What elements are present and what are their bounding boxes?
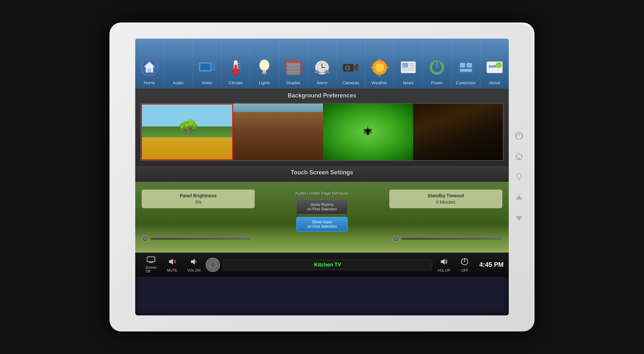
nav-lights[interactable]: Lights [250, 39, 279, 88]
nav-power-label: Power [431, 80, 443, 85]
svg-line-81 [517, 174, 518, 174]
nav-alarm[interactable]: Alarm [308, 39, 336, 88]
off-btn[interactable]: OFF [455, 257, 474, 272]
nav-home-label: Home [144, 80, 155, 85]
vol-up-icon [440, 257, 448, 268]
mute-btn[interactable]: MUTE [162, 257, 182, 272]
svg-point-57 [496, 62, 502, 68]
nav-video[interactable]: Video [193, 39, 222, 88]
nav-news[interactable]: News [394, 39, 423, 88]
vol-dn-label: VOL DN [187, 268, 201, 272]
down-side-btn[interactable] [513, 212, 526, 225]
vol-dn-icon [190, 257, 198, 268]
screen-off-icon [147, 256, 155, 265]
nav-video-label: Video [202, 80, 212, 85]
panel-brightness-panel: Panel Brightness 0% [142, 190, 255, 208]
now-playing-text: Kitchen TV [314, 262, 341, 267]
timeout-slider-track[interactable] [402, 238, 501, 240]
timeout-slider-handle[interactable] [393, 236, 399, 242]
svg-point-12 [233, 69, 239, 75]
nav-cameras[interactable]: Cameras [336, 39, 365, 88]
svg-point-20 [261, 61, 268, 68]
nav-bar: Home Audio [135, 39, 509, 88]
svg-rect-74 [518, 158, 520, 160]
svg-rect-26 [287, 63, 300, 75]
nav-about-label: About [489, 80, 500, 85]
nav-about[interactable]: osbee About [480, 39, 509, 88]
screen-off-btn[interactable]: Screen Off [140, 256, 162, 273]
up-side-btn[interactable] [513, 191, 526, 204]
audio-video-label: Audio / Video Page Behavior [295, 191, 349, 196]
panel-brightness-value: 0% [147, 200, 250, 205]
standby-timeout-panel: Standby Timeout 0 Minutes [389, 190, 502, 208]
touchscreen-settings-title: Touch Screen Settings [140, 169, 504, 176]
svg-rect-77 [518, 179, 520, 180]
light-side-btn[interactable] [513, 171, 526, 183]
show-icons-btn[interactable]: Show Icons on First Selection [296, 217, 348, 232]
nav-weather[interactable]: Weather [365, 39, 394, 88]
svg-point-67 [212, 264, 213, 266]
audio-video-behavior: Audio / Video Page Behavior Show Rooms o… [260, 190, 384, 232]
side-controls [513, 129, 526, 225]
nav-climate[interactable]: Climate [222, 39, 250, 88]
touchscreen-settings-section: Touch Screen Settings [135, 166, 509, 182]
show-rooms-btn[interactable]: Show Rooms on First Selection [296, 200, 348, 214]
nav-climate-label: Climate [229, 80, 243, 85]
svg-rect-43 [402, 63, 408, 68]
now-playing-bar: Kitchen TV [223, 260, 432, 270]
sliders-row [142, 236, 502, 242]
svg-rect-9 [200, 64, 210, 70]
bg-image-3[interactable]: 🕷 [323, 104, 413, 160]
background-images-row: 🌳 🕷 [140, 103, 504, 161]
svg-marker-64 [191, 259, 195, 265]
screen: Home Audio [135, 39, 509, 315]
bottom-toolbar: Screen Off MUTE [135, 253, 509, 277]
vol-up-label: VOL UP [437, 268, 450, 272]
brightness-slider-track[interactable] [151, 238, 250, 240]
svg-rect-17 [263, 70, 266, 72]
panel-brightness-label: Panel Brightness [147, 193, 250, 198]
nav-news-label: News [403, 80, 414, 85]
off-icon [460, 257, 469, 268]
nav-cameras-label: Cameras [342, 80, 359, 85]
standby-timeout-label: Standby Timeout [394, 193, 497, 198]
bg-image-2[interactable] [233, 104, 323, 160]
settings-controls-area: Panel Brightness 0% Audio / Video Page B… [135, 182, 509, 253]
mute-label: MUTE [167, 268, 177, 272]
toolbar-time: 4:45 PM [474, 261, 504, 268]
off-label: OFF [461, 268, 468, 272]
nav-alarm-label: Alarm [317, 80, 327, 85]
background-preferences-section: Background Preferences 🌳 🕷 [135, 88, 509, 166]
brightness-slider-handle[interactable] [142, 236, 148, 242]
play-btn[interactable] [206, 258, 220, 272]
svg-rect-52 [460, 63, 465, 68]
nav-lights-label: Lights [259, 80, 270, 85]
svg-rect-18 [262, 72, 267, 73]
toolbar-center: Kitchen TV [206, 258, 432, 272]
svg-marker-61 [169, 259, 173, 265]
nav-home[interactable]: Home [135, 39, 164, 88]
power-side-btn[interactable] [513, 129, 526, 142]
vol-up-btn[interactable]: VOL UP [432, 257, 455, 272]
svg-rect-19 [263, 73, 266, 74]
nav-audio-label: Audio [173, 80, 184, 85]
nav-shades[interactable]: Shades [279, 39, 308, 88]
svg-rect-76 [518, 178, 520, 179]
svg-point-35 [347, 67, 348, 69]
svg-rect-53 [466, 63, 472, 68]
svg-marker-83 [516, 195, 522, 200]
device-frame: Home Audio [109, 23, 535, 331]
nav-weather-label: Weather [372, 80, 387, 85]
svg-marker-84 [516, 216, 522, 221]
svg-marker-68 [441, 259, 445, 265]
screen-off-label: Screen Off [146, 266, 157, 273]
bg-image-4[interactable] [413, 104, 503, 160]
nav-audio[interactable]: Audio [164, 39, 193, 88]
home-side-btn[interactable] [513, 150, 526, 163]
vol-dn-btn[interactable]: VOL DN [182, 257, 206, 272]
bg-image-1[interactable]: 🌳 [141, 104, 233, 160]
nav-power[interactable]: Power [423, 39, 451, 88]
nav-customize[interactable]: Customize [451, 39, 480, 88]
nav-shades-label: Shades [286, 80, 300, 85]
svg-rect-58 [147, 257, 155, 262]
